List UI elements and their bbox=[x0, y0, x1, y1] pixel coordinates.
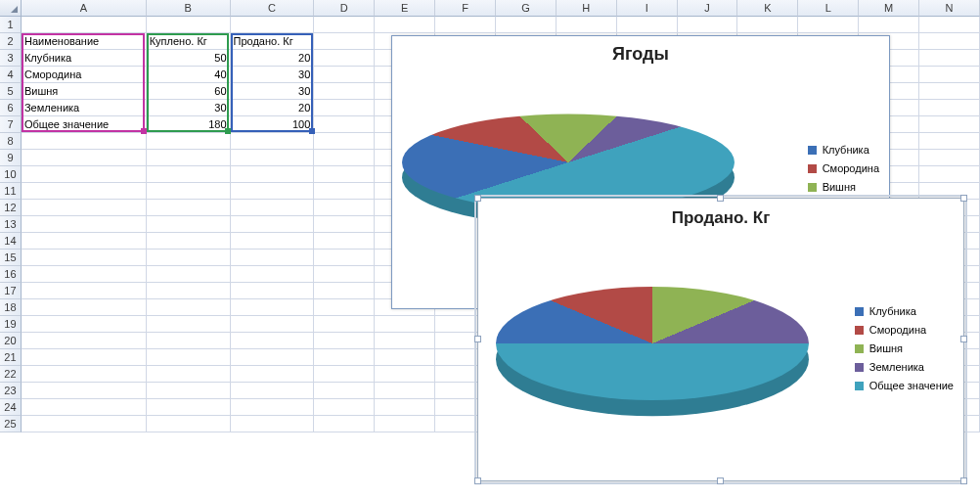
cell[interactable] bbox=[314, 150, 375, 166]
row-header[interactable]: 20 bbox=[0, 333, 22, 349]
cell[interactable] bbox=[919, 150, 980, 166]
col-header-C[interactable]: C bbox=[231, 0, 315, 17]
cell[interactable] bbox=[22, 250, 147, 266]
cell[interactable] bbox=[314, 116, 375, 133]
cell[interactable]: Земленика bbox=[22, 100, 147, 116]
cell[interactable] bbox=[22, 349, 147, 366]
cell[interactable] bbox=[919, 83, 980, 100]
cell[interactable] bbox=[231, 183, 315, 200]
cell[interactable]: 40 bbox=[147, 67, 231, 83]
row-header[interactable]: 4 bbox=[0, 67, 22, 83]
row-header[interactable]: 21 bbox=[0, 349, 22, 366]
cell[interactable] bbox=[919, 50, 980, 67]
cell[interactable] bbox=[375, 416, 435, 432]
cell[interactable] bbox=[22, 133, 147, 150]
cell[interactable] bbox=[314, 133, 375, 150]
cell[interactable] bbox=[314, 17, 375, 33]
cell[interactable] bbox=[22, 200, 147, 216]
col-header-I[interactable]: I bbox=[617, 0, 678, 17]
cell[interactable] bbox=[231, 383, 315, 399]
cell[interactable]: 50 bbox=[147, 50, 231, 67]
cell[interactable] bbox=[231, 333, 315, 349]
cell[interactable] bbox=[314, 33, 375, 50]
cell[interactable]: 180 bbox=[147, 116, 231, 133]
cell[interactable] bbox=[147, 150, 231, 166]
cell[interactable] bbox=[22, 150, 147, 166]
cell[interactable] bbox=[314, 283, 375, 299]
cell[interactable] bbox=[314, 349, 375, 366]
cell[interactable] bbox=[919, 116, 980, 133]
row-header[interactable]: 7 bbox=[0, 116, 22, 133]
row-header[interactable]: 25 bbox=[0, 416, 22, 432]
cell[interactable] bbox=[147, 316, 231, 333]
cell[interactable] bbox=[22, 383, 147, 399]
row-header[interactable]: 6 bbox=[0, 100, 22, 116]
cell[interactable]: Общее значение bbox=[22, 116, 147, 133]
cell[interactable] bbox=[147, 133, 231, 150]
cell[interactable] bbox=[231, 283, 315, 299]
cell[interactable] bbox=[22, 266, 147, 283]
cell[interactable] bbox=[231, 399, 315, 416]
cell[interactable]: Продано. Кг bbox=[231, 33, 315, 50]
col-header-L[interactable]: L bbox=[798, 0, 859, 17]
cell[interactable] bbox=[231, 366, 315, 383]
cell[interactable] bbox=[22, 299, 147, 316]
cell[interactable] bbox=[147, 416, 231, 432]
cell[interactable] bbox=[314, 383, 375, 399]
cell[interactable]: Смородина bbox=[22, 67, 147, 83]
resize-handle[interactable] bbox=[960, 477, 967, 484]
col-header-F[interactable]: F bbox=[435, 0, 496, 17]
row-header[interactable]: 10 bbox=[0, 166, 22, 183]
cell[interactable]: Куплено. Кг bbox=[147, 33, 231, 50]
cell[interactable] bbox=[919, 17, 980, 33]
col-header-N[interactable]: N bbox=[919, 0, 980, 17]
cell[interactable] bbox=[314, 166, 375, 183]
resize-handle[interactable] bbox=[717, 195, 724, 202]
row-header[interactable]: 11 bbox=[0, 183, 22, 200]
cell[interactable] bbox=[231, 150, 315, 166]
cell[interactable] bbox=[231, 166, 315, 183]
cell[interactable] bbox=[22, 216, 147, 233]
row-header[interactable]: 13 bbox=[0, 216, 22, 233]
row-header[interactable]: 12 bbox=[0, 200, 22, 216]
cell[interactable] bbox=[147, 333, 231, 349]
cell[interactable] bbox=[919, 100, 980, 116]
col-header-D[interactable]: D bbox=[314, 0, 375, 17]
row-header[interactable]: 15 bbox=[0, 250, 22, 266]
cell[interactable] bbox=[314, 183, 375, 200]
spreadsheet-viewport[interactable]: A B C D E F G H I J K L M N 12Наименован… bbox=[0, 0, 980, 500]
cell[interactable] bbox=[22, 233, 147, 250]
cell[interactable] bbox=[231, 266, 315, 283]
row-header[interactable]: 14 bbox=[0, 233, 22, 250]
cell[interactable] bbox=[22, 183, 147, 200]
col-header-K[interactable]: K bbox=[737, 0, 798, 17]
cell[interactable] bbox=[678, 17, 738, 33]
cell[interactable] bbox=[314, 67, 375, 83]
cell[interactable] bbox=[22, 17, 147, 33]
cell[interactable]: 100 bbox=[231, 116, 315, 133]
cell[interactable] bbox=[919, 166, 980, 183]
cell[interactable]: Вишня bbox=[22, 83, 147, 100]
col-header-H[interactable]: H bbox=[557, 0, 617, 17]
cell[interactable] bbox=[375, 17, 435, 33]
cell[interactable] bbox=[314, 266, 375, 283]
cell[interactable] bbox=[22, 366, 147, 383]
cell[interactable] bbox=[147, 399, 231, 416]
cell[interactable]: 30 bbox=[231, 67, 315, 83]
cell[interactable] bbox=[314, 316, 375, 333]
cell[interactable] bbox=[22, 399, 147, 416]
cell[interactable] bbox=[147, 366, 231, 383]
cell[interactable] bbox=[147, 299, 231, 316]
cell[interactable] bbox=[314, 200, 375, 216]
cell[interactable] bbox=[231, 216, 315, 233]
cell[interactable] bbox=[147, 183, 231, 200]
cell[interactable] bbox=[919, 67, 980, 83]
cell[interactable] bbox=[231, 299, 315, 316]
col-header-B[interactable]: B bbox=[147, 0, 231, 17]
cell[interactable] bbox=[314, 83, 375, 100]
row-header[interactable]: 8 bbox=[0, 133, 22, 150]
cell[interactable] bbox=[314, 216, 375, 233]
cell[interactable] bbox=[147, 383, 231, 399]
row-header[interactable]: 19 bbox=[0, 316, 22, 333]
cell[interactable] bbox=[147, 166, 231, 183]
